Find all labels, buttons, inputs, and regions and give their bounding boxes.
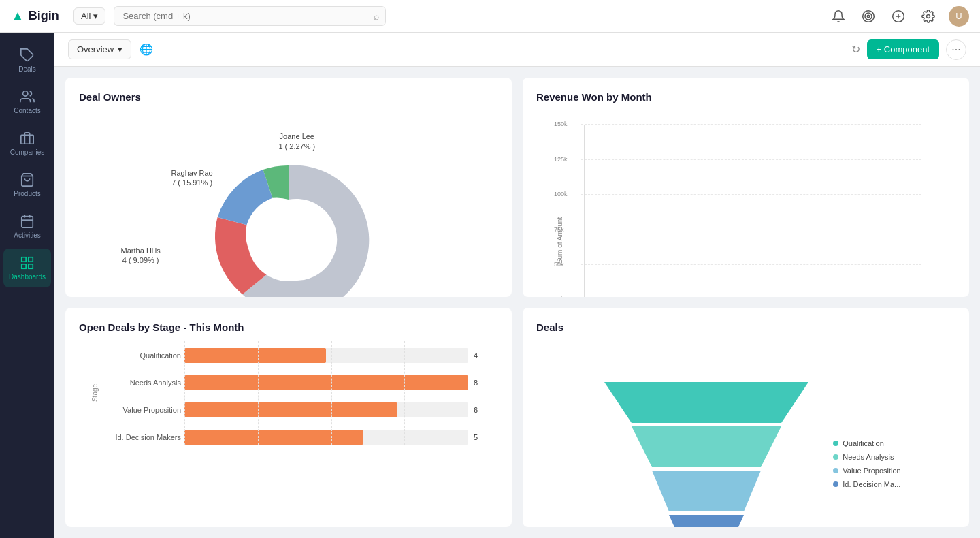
bar-chart-area: 0 25k 50k 75k 100k 125k 150k $: [584, 125, 956, 297]
revenue-card: Revenue Won by Month Sum of Amount 0 25k…: [523, 78, 969, 297]
content: Overview ▾ 🌐 ↻ + Component ··· Deal Owne…: [54, 33, 980, 538]
svg-point-8: [23, 91, 28, 96]
label-raghav: Raghav Rao 7 ( 15.91% ): [172, 168, 213, 188]
all-label: All: [81, 11, 91, 21]
sidebar-item-dashboards[interactable]: Dashboards: [3, 249, 51, 287]
svg-rect-11: [22, 217, 33, 228]
svg-rect-18: [22, 264, 26, 268]
deal-owners-chart: Joane Lee 1 ( 2.27% ) Raghav Rao 7 ( 15.…: [79, 111, 498, 297]
hbar-row-needs: Needs Analysis 8: [184, 375, 478, 390]
overview-label: Overview: [77, 44, 114, 54]
search-icon: ⌕: [374, 11, 379, 22]
search-input[interactable]: [114, 6, 386, 26]
hbar-value-needs: 8: [474, 379, 478, 387]
hbar-chart: Stage Qualification 4 Needs Analysis: [79, 341, 498, 445]
funnel-label-text-decision: Id. Decision Ma...: [843, 480, 900, 488]
sidebar: Deals Contacts Companies P: [0, 33, 54, 538]
more-options-button[interactable]: ···: [946, 39, 966, 60]
svg-rect-17: [29, 264, 33, 268]
funnel-dot-decision: [833, 481, 838, 487]
deals-funnel-title: Deals: [536, 321, 956, 333]
hbar-track-decision: [184, 430, 468, 445]
hbar-value-decision: 5: [474, 433, 478, 441]
hbar-value-value: 6: [474, 406, 478, 414]
overview-dropdown[interactable]: Overview ▾: [68, 39, 131, 59]
all-dropdown[interactable]: All ▾: [74, 7, 105, 25]
svg-rect-15: [22, 257, 26, 262]
sidebar-activities-label: Activities: [14, 232, 40, 239]
deal-owners-card: Deal Owners: [65, 78, 512, 297]
svg-point-0: [863, 10, 875, 22]
funnel-chart: Qualification Needs Analysis Value Propo…: [536, 341, 956, 527]
logo-icon: ▲: [11, 8, 24, 24]
globe-icon[interactable]: 🌐: [140, 43, 153, 56]
funnel-label-text-value: Value Proposition: [843, 466, 900, 475]
chevron-down-icon: ▾: [118, 44, 122, 54]
settings-icon[interactable]: [919, 7, 938, 26]
app-name: Bigin: [29, 9, 59, 23]
notification-icon[interactable]: [829, 7, 848, 26]
svg-point-2: [867, 15, 869, 17]
add-icon[interactable]: [889, 7, 908, 26]
donut-svg: [193, 145, 384, 297]
svg-point-6: [927, 14, 930, 18]
deal-owners-title: Deal Owners: [79, 91, 498, 103]
hbar-label-value: Value Proposition: [82, 406, 181, 414]
funnel-label-qualification: Qualification: [833, 439, 900, 447]
hbar-label-decision: Id. Decision Makers: [82, 433, 181, 441]
sidebar-contacts-label: Contacts: [14, 107, 40, 114]
chevron-down-icon: ▾: [93, 11, 98, 21]
refresh-icon[interactable]: ↻: [851, 43, 860, 56]
hbar-fill-needs: [184, 375, 468, 390]
dashboard-grid: Deal Owners: [54, 67, 980, 538]
svg-rect-16: [29, 257, 33, 262]
hbar-track-qualification: [184, 348, 468, 363]
bars-container: $ 80,000.00 June 2019 $ 125,000.00 July …: [585, 125, 956, 297]
hbar-row-qualification: Qualification 4: [184, 348, 478, 363]
add-component-button[interactable]: + Component: [867, 39, 939, 59]
funnel-svg: [591, 368, 822, 527]
sidebar-deals-label: Deals: [18, 65, 36, 73]
funnel-level-4: [669, 515, 744, 527]
funnel-label-needs: Needs Analysis: [833, 453, 900, 461]
app-logo: ▲ Bigin: [11, 8, 65, 24]
deals-funnel-card: Deals: [523, 308, 969, 527]
sidebar-companies-label: Companies: [10, 148, 45, 156]
hbar-track-needs: [184, 375, 468, 390]
funnel-dot-value: [833, 468, 838, 473]
target-icon[interactable]: [859, 7, 878, 26]
sidebar-item-contacts[interactable]: Contacts: [3, 82, 51, 121]
hbar-fill-value: [184, 402, 397, 417]
funnel-level-1: [604, 382, 808, 423]
search-area: ⌕: [114, 6, 386, 26]
avatar[interactable]: U: [949, 6, 969, 27]
hbar-row-decision: Id. Decision Makers 5: [184, 430, 478, 445]
hbar-fill-decision: [184, 430, 363, 445]
svg-point-1: [865, 13, 872, 20]
sidebar-item-products[interactable]: Products: [3, 165, 51, 204]
topbar-right: U: [829, 6, 969, 27]
revenue-title: Revenue Won by Month: [536, 91, 956, 103]
sidebar-item-activities[interactable]: Activities: [3, 207, 51, 246]
hbar-row-value: Value Proposition 6: [184, 402, 478, 417]
label-joane: Joane Lee 1 ( 2.27% ): [278, 131, 315, 151]
hbar-track-value: [184, 402, 468, 417]
funnel-dot-needs: [833, 454, 838, 460]
topbar: ▲ Bigin All ▾ ⌕: [0, 0, 980, 33]
main-layout: Deals Contacts Companies P: [0, 33, 980, 538]
donut-center: [248, 200, 329, 281]
funnel-label-text-qualification: Qualification: [843, 439, 884, 447]
component-btn-label: + Component: [877, 44, 930, 54]
funnel-dot-qualification: [833, 441, 838, 446]
funnel-label-text-needs: Needs Analysis: [843, 453, 894, 461]
funnel-level-3: [652, 471, 761, 511]
sidebar-item-companies[interactable]: Companies: [3, 124, 51, 163]
label-martha: Martha Hills 4 ( 9.09% ): [121, 246, 161, 266]
open-deals-card: Open Deals by Stage - This Month Stage Q…: [65, 308, 512, 527]
sidebar-products-label: Products: [14, 190, 40, 197]
hbar-value-qualification: 4: [474, 351, 478, 360]
sidebar-item-deals[interactable]: Deals: [3, 41, 51, 80]
funnel-label-value: Value Proposition: [833, 466, 900, 475]
funnel-labels: Qualification Needs Analysis Value Propo…: [833, 439, 900, 488]
subheader-right: ↻ + Component ···: [851, 39, 966, 60]
